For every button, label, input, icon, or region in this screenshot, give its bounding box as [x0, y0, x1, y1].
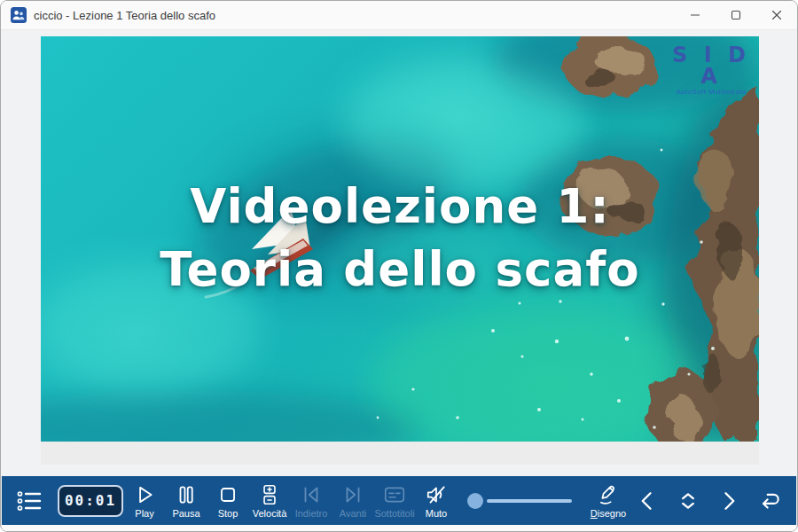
elapsed-time-display: 00:01 — [58, 485, 123, 517]
maximize-icon — [731, 10, 741, 20]
volume-slider[interactable] — [466, 492, 574, 510]
pen-icon — [597, 483, 620, 506]
sida-logo-text: S I D A — [667, 44, 755, 87]
mute-icon — [425, 483, 448, 506]
window-title: ciccio - Lezione 1 Teoria dello scafo — [34, 9, 215, 22]
draw-button[interactable]: Disegno — [588, 478, 629, 524]
mute-button[interactable]: Muto — [416, 478, 457, 524]
video-title-line1: Videolezione 1: — [41, 175, 759, 238]
play-icon — [133, 483, 156, 506]
speed-button[interactable]: Velocità — [249, 478, 290, 524]
skip-back-button: Indietro — [291, 478, 332, 524]
pause-button[interactable]: Pausa — [166, 478, 207, 524]
chevron-left-icon — [635, 489, 660, 513]
expand-collapse-button[interactable] — [673, 483, 702, 519]
stop-button[interactable]: Stop — [207, 478, 248, 524]
player-toolbar: 00:01 Play Pausa Stop — [2, 476, 796, 525]
volume-slider-track[interactable] — [487, 499, 572, 503]
skip-back-icon — [300, 483, 323, 506]
close-icon — [771, 10, 782, 20]
speed-icon — [258, 483, 281, 506]
video-title-line2: Teoria dello scafo — [41, 238, 759, 301]
app-window: ciccio - Lezione 1 Teoria dello scafo — [0, 0, 798, 532]
skip-forward-button: Avanti — [332, 478, 373, 524]
video-overlay-title: Videolezione 1: Teoria dello scafo — [41, 175, 759, 301]
video-surface[interactable]: Videolezione 1: Teoria dello scafo S I D… — [41, 36, 759, 442]
minimize-button[interactable] — [675, 1, 716, 29]
people-icon — [11, 7, 27, 23]
pause-icon — [175, 483, 198, 506]
minimize-icon — [690, 10, 700, 20]
volume-slider-thumb[interactable] — [467, 493, 483, 509]
sida-logo: S I D A AutoSoft Multimedia — [667, 44, 755, 96]
window-controls — [675, 1, 797, 29]
subtitles-icon — [383, 483, 406, 506]
playlist-icon — [16, 489, 43, 512]
title-bar: ciccio - Lezione 1 Teoria dello scafo — [1, 1, 797, 30]
video-under-strip — [41, 442, 759, 465]
return-button[interactable] — [755, 483, 784, 519]
chevron-up-down-icon — [676, 489, 700, 513]
stop-icon — [216, 483, 239, 506]
close-button[interactable] — [756, 1, 797, 29]
return-icon — [756, 489, 783, 513]
chevron-right-icon — [716, 489, 741, 513]
maximize-button[interactable] — [716, 1, 756, 29]
window-bottom-strip — [2, 525, 796, 532]
skip-forward-icon — [341, 483, 364, 506]
sida-logo-tagline: AutoSoft Multimedia — [667, 89, 755, 96]
lesson-navigation — [632, 483, 784, 519]
previous-button[interactable] — [632, 483, 661, 519]
next-button[interactable] — [714, 483, 743, 519]
play-button[interactable]: Play — [124, 478, 165, 524]
playlist-button[interactable] — [14, 489, 44, 512]
subtitles-button: Sottotitoli — [374, 478, 415, 524]
